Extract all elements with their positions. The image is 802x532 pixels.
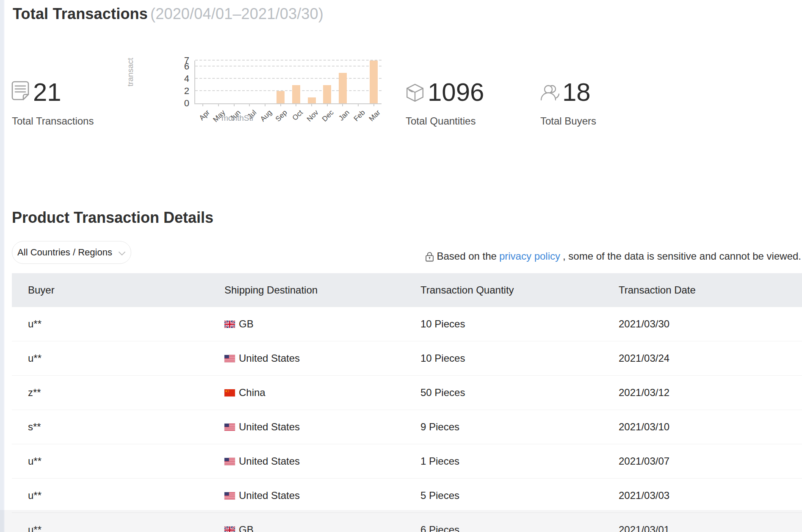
x-tick — [296, 103, 296, 106]
x-tick — [327, 103, 328, 106]
transaction-date-cell: 2021/03/24 — [619, 341, 669, 375]
country-name: United States — [239, 479, 300, 513]
table-body: u**GB10 Pieces2021/03/30u**United States… — [12, 307, 802, 532]
bar-Mar — [370, 61, 378, 103]
transaction-quantity-cell: 9 Pieces — [420, 410, 459, 444]
left-edge-strip — [0, 0, 5, 532]
lock-icon — [425, 251, 434, 262]
transaction-quantity-cell: 50 Pieces — [420, 376, 465, 410]
x-tick-label-Dec: Dec — [321, 108, 336, 124]
x-tick-label-Apr: Apr — [198, 108, 212, 122]
x-tick-label-Feb: Feb — [352, 108, 367, 123]
country-name: United States — [239, 410, 300, 444]
total-transactions-value: 21 — [33, 80, 61, 105]
monthly-transactions-chart: transact 76420AprMayJunJulAugSepOctNovDe… — [125, 35, 396, 127]
table-row: u**United States5 Pieces2021/03/03 — [12, 479, 802, 513]
privacy-text-prefix: Based on the — [437, 250, 496, 262]
transaction-quantity-cell: 10 Pieces — [420, 307, 465, 341]
table-row: u**United States10 Pieces2021/03/24 — [12, 341, 802, 376]
buyers-icon — [539, 83, 560, 103]
privacy-policy-link[interactable]: privacy policy — [499, 250, 560, 262]
country-name: United States — [239, 444, 300, 478]
transaction-date-cell: 2021/03/30 — [619, 307, 669, 341]
package-icon — [405, 82, 425, 105]
country-name: GB — [239, 307, 254, 341]
buyer-cell: z** — [28, 376, 41, 410]
bar-Sep — [277, 91, 285, 103]
x-tick — [280, 103, 281, 106]
country-flag-icon — [224, 389, 235, 396]
x-tick-label-Mar: Mar — [368, 108, 382, 123]
shipping-destination-cell: China — [224, 376, 265, 410]
buyer-cell: u** — [28, 307, 41, 341]
x-tick — [202, 103, 203, 106]
shipping-destination-cell: United States — [224, 444, 300, 478]
x-tick-label-Sep: Sep — [274, 108, 289, 124]
buyer-cell: u** — [28, 479, 41, 513]
country-name: United States — [239, 341, 300, 375]
country-name: China — [239, 376, 265, 410]
x-tick — [342, 103, 343, 106]
total-buyers-label: Total Buyers — [540, 115, 596, 127]
chart-y-axis-label: transact — [126, 42, 135, 102]
country-name: GB — [239, 513, 254, 532]
x-tick — [265, 103, 265, 106]
shipping-destination-cell: United States — [224, 479, 300, 513]
total-transactions-label: Total Transactions — [12, 115, 94, 127]
chevron-down-icon — [118, 251, 126, 256]
y-tick-label: 4 — [172, 73, 189, 84]
document-icon — [11, 80, 30, 103]
bar-Jan — [339, 73, 347, 103]
privacy-notice: Based on the privacy policy , some of th… — [425, 250, 801, 262]
x-tick — [358, 103, 359, 106]
transaction-quantity-cell: 6 Pieces — [420, 513, 459, 532]
x-tick — [218, 103, 219, 106]
country-flag-icon — [224, 355, 235, 362]
header-shipping-destination: Shipping Destination — [224, 273, 318, 307]
bar-Nov — [308, 97, 316, 103]
transaction-quantity-cell: 1 Pieces — [420, 444, 459, 478]
bar-Dec — [323, 85, 331, 103]
transaction-quantity-cell: 10 Pieces — [420, 341, 465, 375]
shipping-destination-cell: GB — [224, 307, 254, 341]
y-tick-label: 0 — [172, 98, 189, 109]
table-row: u**GB10 Pieces2021/03/30 — [12, 307, 802, 341]
x-tick — [234, 103, 235, 106]
transaction-date-cell: 2021/03/07 — [619, 444, 669, 478]
table-header: Buyer Shipping Destination Transaction Q… — [12, 273, 802, 307]
table-row: u**United States1 Pieces2021/03/07 — [12, 444, 802, 479]
total-buyers-value: 18 — [562, 80, 591, 105]
section-title: Product Transaction Details — [12, 209, 213, 227]
gridline-y6 — [195, 66, 382, 66]
country-flag-icon — [224, 424, 235, 431]
y-tick-label: 2 — [172, 86, 189, 97]
country-filter-dropdown[interactable]: All Countries / Regions — [12, 241, 131, 264]
shipping-destination-cell: United States — [224, 410, 300, 444]
transaction-date-cell: 2021/03/03 — [619, 479, 669, 513]
total-quantities-label: Total Quantities — [406, 115, 476, 127]
buyer-cell: u** — [28, 513, 41, 532]
buyer-cell: u** — [28, 444, 41, 478]
gridline-y4 — [195, 78, 382, 79]
table-row: z**China50 Pieces2021/03/12 — [12, 376, 802, 410]
transaction-date-cell: 2021/03/12 — [619, 376, 669, 410]
country-flag-icon — [224, 526, 235, 532]
x-tick-label-Jan: Jan — [337, 108, 351, 123]
header-transaction-date: Transaction Date — [619, 273, 696, 307]
date-range: (2020/04/01–2021/03/30) — [150, 5, 324, 22]
chart-x-axis-label: monthStr — [221, 114, 254, 123]
transaction-date-cell: 2021/03/10 — [619, 410, 669, 444]
table-row: s**United States9 Pieces2021/03/10 — [12, 410, 802, 444]
y-tick-label: 6 — [172, 61, 189, 72]
header-buyer: Buyer — [28, 273, 55, 307]
country-flag-icon — [224, 458, 235, 465]
table-row: u**GB6 Pieces2021/03/01 — [12, 513, 802, 532]
chart-plot-area: 76420AprMayJunJulAugSepOctNovDecJanFebMa… — [194, 61, 382, 104]
x-tick — [249, 103, 250, 106]
transactions-table: Buyer Shipping Destination Transaction Q… — [12, 273, 802, 532]
privacy-text-suffix: , some of the data is sensitive and cann… — [563, 250, 801, 262]
country-flag-icon — [224, 492, 235, 499]
x-tick-label-Nov: Nov — [305, 108, 321, 124]
bar-Oct — [292, 85, 300, 103]
x-tick-label-Aug: Aug — [259, 108, 274, 124]
